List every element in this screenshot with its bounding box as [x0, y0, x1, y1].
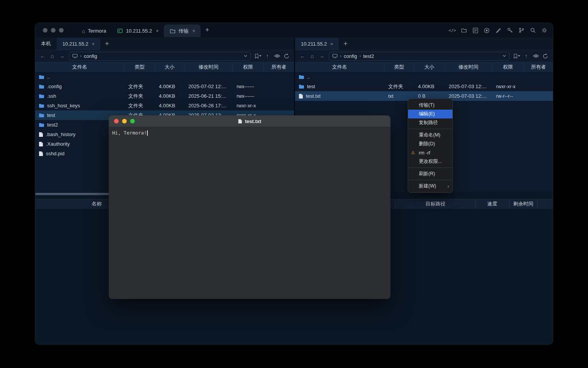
file-row[interactable]: ..: [295, 72, 553, 82]
path-breadcrumb[interactable]: › config › test2: [329, 52, 510, 61]
search-icon[interactable]: [529, 27, 536, 34]
tab-local-machine[interactable]: 本机: [35, 38, 57, 50]
tab-remote-host[interactable]: 10.211.55.2 ×: [57, 38, 100, 50]
home-button[interactable]: ⌂: [48, 53, 57, 59]
menu-item-new[interactable]: 新建(W) ›: [408, 182, 452, 191]
new-panel-tab-button[interactable]: +: [100, 38, 114, 50]
file-icon: [39, 141, 43, 147]
column-header-owner[interactable]: 所有者: [524, 62, 553, 72]
column-header-modified[interactable]: 修改时间: [445, 62, 492, 72]
menu-item-refresh[interactable]: 刷新(R): [408, 169, 452, 178]
menu-separator: [408, 168, 452, 168]
column-header-type[interactable]: 类型: [124, 62, 155, 72]
file-row[interactable]: test 文件夹 4.00KB 2025-07-03 12:... rwxr-x…: [295, 82, 553, 91]
key-icon[interactable]: [506, 27, 513, 34]
file-row[interactable]: .config 文件夹 4.00KB 2025-07-02 12:... rwx…: [35, 82, 294, 91]
folder-icon: [39, 104, 44, 108]
settings-gear-icon[interactable]: [541, 27, 547, 34]
file-type: 文件夹: [124, 102, 155, 109]
close-icon[interactable]: ×: [192, 28, 195, 34]
column-header-size[interactable]: 大小: [414, 62, 445, 72]
menu-item-transfer[interactable]: 传输(T): [408, 101, 452, 110]
tab-remote-host[interactable]: 10.211.55.2 ×: [295, 38, 339, 50]
bookmark-button[interactable]: [512, 51, 521, 61]
menu-item-delete[interactable]: 删除(D): [408, 140, 452, 148]
menu-item-rm-rf[interactable]: ⚠ rm -rf: [408, 148, 452, 157]
file-name: test: [47, 112, 55, 118]
folder-icon[interactable]: [461, 27, 467, 34]
chevron-down-icon: [259, 55, 261, 57]
branch-icon[interactable]: [518, 27, 524, 34]
menu-item-copy-path[interactable]: 复制路径: [408, 118, 452, 127]
column-header-permissions[interactable]: 权限: [233, 62, 264, 72]
bookmark-button[interactable]: [253, 51, 262, 61]
file-row[interactable]: ..: [35, 72, 294, 82]
home-button[interactable]: ⌂: [308, 53, 317, 59]
minimize-window-button[interactable]: [122, 119, 127, 123]
forward-button[interactable]: →: [57, 53, 66, 59]
tab-termora-home[interactable]: ⌂ Termora: [77, 25, 111, 37]
code-icon[interactable]: </>: [449, 27, 456, 34]
menu-item-label: 复制路径: [419, 120, 438, 126]
refresh-button[interactable]: [282, 51, 291, 61]
editor-titlebar[interactable]: test.txt: [109, 115, 390, 127]
menu-item-change-permissions[interactable]: 更改权限...: [408, 157, 452, 166]
zoom-window-button[interactable]: [130, 119, 135, 123]
column-header-modified[interactable]: 修改时间: [185, 62, 233, 72]
column-header-size[interactable]: 大小: [155, 62, 185, 72]
file-row[interactable]: ssh_host_keys 文件夹 4.00KB 2025-06-26 17:.…: [35, 101, 294, 110]
breadcrumb-segment[interactable]: config: [344, 53, 357, 59]
column-header-owner[interactable]: 所有者: [264, 62, 294, 72]
show-hidden-files-button[interactable]: [531, 51, 540, 61]
app-titlebar: ⌂ Termora 10.211.55.2 × 传输 × + </>: [35, 23, 553, 38]
tab-host-session[interactable]: 10.211.55.2 ×: [111, 25, 164, 37]
file-row[interactable]: .ssh 文件夹 4.00KB 2025-06-21 15:... rwx---…: [35, 91, 294, 101]
new-panel-tab-button[interactable]: +: [339, 38, 352, 50]
new-tab-button[interactable]: +: [201, 23, 214, 37]
chevron-down-icon[interactable]: [244, 55, 247, 57]
editor-text-area[interactable]: Hi, Termora!: [109, 127, 390, 299]
column-header-speed[interactable]: 速度: [475, 199, 510, 208]
column-header-target-path[interactable]: 目标路径: [396, 199, 475, 208]
parent-directory-button[interactable]: ↑: [522, 53, 531, 59]
file-modified: 2025-07-03 12:...: [445, 93, 492, 99]
menu-item-edit[interactable]: 编辑(E): [408, 110, 452, 118]
edit-icon[interactable]: [495, 27, 501, 34]
close-icon[interactable]: ×: [330, 41, 333, 47]
breadcrumb-separator: ›: [80, 53, 82, 59]
menu-item-label: 新建(W): [419, 183, 436, 189]
zoom-window-button[interactable]: [59, 28, 64, 33]
column-header-permissions[interactable]: 权限: [492, 62, 524, 72]
close-window-button[interactable]: [114, 119, 119, 123]
tab-transfer[interactable]: 传输 ×: [164, 25, 201, 37]
close-icon[interactable]: ×: [156, 28, 159, 34]
file-name: test.txt: [306, 93, 320, 99]
parent-directory-button[interactable]: ↑: [263, 53, 272, 59]
breadcrumb-segment[interactable]: test2: [363, 53, 374, 59]
back-button[interactable]: ←: [38, 53, 47, 59]
chevron-down-icon[interactable]: [503, 55, 506, 57]
file-modified: 2025-06-26 17:...: [185, 103, 233, 108]
refresh-button[interactable]: [541, 51, 550, 61]
path-breadcrumb[interactable]: › config: [69, 52, 251, 61]
minimize-window-button[interactable]: [51, 28, 56, 33]
file-size: 4.00KB: [155, 103, 185, 108]
column-header-remaining-time[interactable]: 剩余时间: [510, 199, 537, 208]
breadcrumb-segment[interactable]: config: [84, 53, 97, 59]
forward-button[interactable]: →: [317, 53, 326, 59]
column-header-blank: [537, 199, 553, 208]
column-header-name[interactable]: 文件名: [35, 62, 124, 72]
log-icon[interactable]: [472, 27, 479, 34]
show-hidden-files-button[interactable]: [273, 51, 281, 61]
file-modified: 2025-06-21 15:...: [185, 93, 233, 99]
menu-item-rename[interactable]: 重命名(M): [408, 131, 452, 140]
computer-icon: [332, 54, 338, 58]
record-icon[interactable]: [483, 27, 490, 34]
close-icon[interactable]: ×: [92, 41, 95, 47]
column-header-name[interactable]: 文件名: [295, 62, 384, 72]
back-button[interactable]: ←: [298, 53, 307, 59]
column-header-type[interactable]: 类型: [384, 62, 414, 72]
close-window-button[interactable]: [43, 28, 47, 33]
breadcrumb-separator: ›: [340, 53, 341, 59]
folder-icon: [39, 75, 44, 79]
